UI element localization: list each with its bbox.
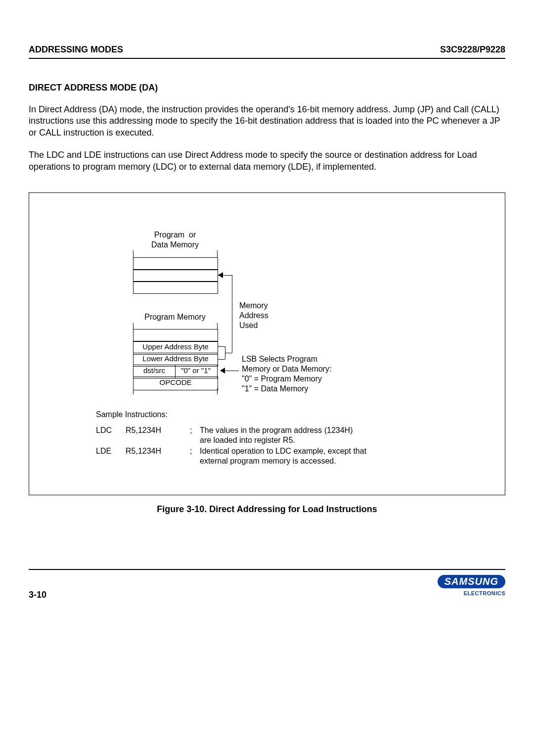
label-program-memory: Program Memory <box>133 312 217 322</box>
data-memory-cell <box>133 257 218 270</box>
figure-frame: Program or Data Memory Program Memory Up… <box>29 192 505 495</box>
diagram-line <box>225 353 232 353</box>
arrowhead-icon <box>220 368 225 374</box>
diagram-line <box>133 250 134 257</box>
sample1-operand: R5,1234H <box>126 425 161 435</box>
label-program-or-data-memory: Program or Data Memory <box>133 230 217 250</box>
samsung-subtext: ELECTRONICS <box>438 590 505 596</box>
samsung-wordmark: SAMSUNG <box>438 575 505 588</box>
diagram-line <box>218 346 225 347</box>
paragraph-2: The LDC and LDE instructions can use Dir… <box>29 149 505 173</box>
label-lsb-selects: LSB Selects Program Memory or Data Memor… <box>242 354 331 394</box>
data-memory-cell <box>133 281 218 294</box>
diagram-line <box>133 388 134 394</box>
diagram-line <box>133 323 134 329</box>
header-right: S3C9228/P9228 <box>440 45 505 55</box>
label-memory-address-used: Memory Address Used <box>239 301 268 331</box>
paragraph-1: In Direct Address (DA) mode, the instruc… <box>29 104 505 139</box>
diagram-line <box>218 359 225 360</box>
samsung-logo: SAMSUNG ELECTRONICS <box>438 575 505 596</box>
diagram-line <box>225 371 239 371</box>
sample-instructions-header: Sample Instructions: <box>96 410 168 420</box>
sample2-mnemonic: LDE <box>96 446 111 456</box>
diagram-line <box>217 323 218 329</box>
page-number: 3-10 <box>29 590 46 600</box>
page-footer: 3-10 SAMSUNG ELECTRONICS <box>29 569 505 600</box>
page-header: ADDRESSING MODES S3C9228/P9228 <box>29 45 505 59</box>
sample2-comment: Identical operation to LDC example, exce… <box>200 446 366 466</box>
diagram-line <box>217 388 218 394</box>
sample1-comment: The values in the program address (1234H… <box>200 425 353 445</box>
figure-caption: Figure 3-10. Direct Addressing for Load … <box>29 504 505 515</box>
header-left: ADDRESSING MODES <box>29 45 123 55</box>
prog-mem-cell-top <box>133 329 218 342</box>
sample2-semi: ; <box>190 446 192 456</box>
diagram-line <box>217 250 218 257</box>
sample1-semi: ; <box>190 425 192 435</box>
data-memory-cell <box>133 269 218 282</box>
opcode-cell: OPCODE <box>133 377 218 390</box>
arrowhead-icon <box>218 272 223 278</box>
diagram-line <box>232 275 232 353</box>
section-title: DIRECT ADDRESS MODE (DA) <box>29 83 505 93</box>
sample2-operand: R5,1234H <box>126 446 161 456</box>
sample1-mnemonic: LDC <box>96 425 112 435</box>
